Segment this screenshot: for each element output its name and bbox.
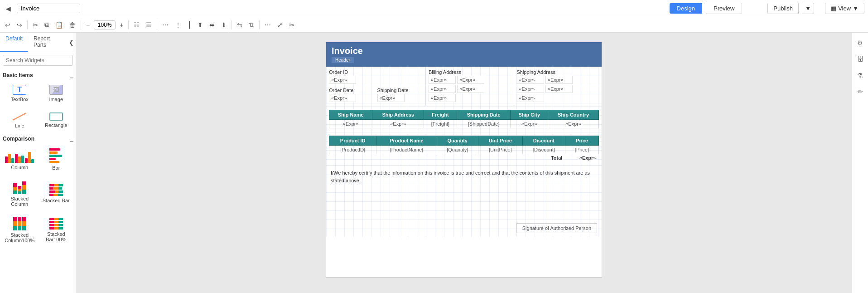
total-expr: «Expr» bbox=[565, 154, 598, 162]
publish-button[interactable]: Publish bbox=[767, 3, 799, 14]
basic-items-collapse-icon[interactable]: ⎯ bbox=[70, 72, 73, 78]
resize-button[interactable]: ⤢ bbox=[275, 20, 285, 30]
billing-expr-4[interactable]: «Expr» bbox=[457, 85, 484, 93]
product-header-3: Unit Price bbox=[478, 136, 522, 146]
total-row: Total «Expr» bbox=[329, 154, 599, 162]
delete-button[interactable]: 🗑 bbox=[67, 20, 78, 30]
design-button[interactable]: Design bbox=[670, 3, 702, 14]
tab-report-parts[interactable]: Report Parts bbox=[28, 33, 67, 52]
table-row[interactable]: «Expr» «Expr» [Freight] [ShippedDate] «E… bbox=[329, 120, 599, 128]
billing-expr-1[interactable]: «Expr» bbox=[429, 76, 456, 84]
ship-table-header-1: Ship Address bbox=[372, 110, 424, 120]
shipping-date-label: Shipping Date bbox=[377, 88, 423, 93]
textbox-icon: T bbox=[13, 85, 26, 95]
redo-button[interactable]: ↪ bbox=[14, 20, 24, 30]
basic-items-grid: T TextBox 🖼 Image Line bbox=[3, 81, 73, 132]
widget-bar[interactable]: Bar bbox=[39, 145, 73, 174]
more-options-button[interactable]: ⋯ bbox=[262, 20, 273, 30]
cut-button[interactable]: ✂ bbox=[30, 20, 40, 30]
invoice-title: Invoice bbox=[332, 46, 363, 56]
rectangle-icon bbox=[49, 112, 63, 121]
billing-expr-5[interactable]: «Expr» bbox=[429, 94, 456, 102]
ship-table-header-3: Shipping Date bbox=[457, 110, 511, 120]
right-settings-button[interactable]: ⚙ bbox=[854, 36, 866, 49]
widget-image[interactable]: 🖼 Image bbox=[39, 81, 73, 106]
search-widgets-input[interactable] bbox=[3, 55, 73, 65]
crop-button[interactable]: ✂ bbox=[287, 20, 297, 30]
align-middle-button[interactable]: ⬌ bbox=[207, 20, 217, 30]
product-cell-1: [ProductName] bbox=[376, 146, 437, 154]
order-date-expr[interactable]: «Expr» bbox=[329, 94, 356, 102]
right-edit-button[interactable]: ✏ bbox=[855, 85, 866, 98]
zoom-in-button[interactable]: + bbox=[117, 20, 125, 30]
shipping-expr-3[interactable]: «Expr» bbox=[517, 85, 544, 93]
shipping-expr-2[interactable]: «Expr» bbox=[545, 76, 573, 84]
stacked-column-icon bbox=[13, 181, 26, 194]
align-top-button[interactable]: ⬆ bbox=[195, 20, 205, 30]
product-cell-4: [Discount] bbox=[522, 146, 565, 154]
back-button[interactable]: ◀ bbox=[4, 4, 13, 14]
insert-table-button[interactable]: ☷ bbox=[131, 20, 142, 30]
widget-line[interactable]: Line bbox=[3, 108, 37, 132]
preview-button[interactable]: Preview bbox=[706, 3, 742, 14]
shipping-expr-1[interactable]: «Expr» bbox=[517, 76, 544, 84]
ship-table: Ship Name Ship Address Freight Shipping … bbox=[329, 110, 599, 128]
shipping-section: Shipping Address «Expr» «Expr» «Expr» «E… bbox=[514, 67, 602, 106]
product-header-1: Product Name bbox=[376, 136, 437, 146]
billing-expr-3[interactable]: «Expr» bbox=[429, 85, 456, 93]
widget-stacked-column-100[interactable]: Stacked Column100% bbox=[3, 213, 37, 247]
widget-stacked-bar-100[interactable]: Stacked Bar100% bbox=[39, 213, 73, 247]
insert-list-button[interactable]: ☰ bbox=[144, 20, 154, 30]
align-bottom-button[interactable]: ⬇ bbox=[219, 20, 229, 30]
table-row[interactable]: [ProductID] [ProductName] [Quantity] [Un… bbox=[329, 146, 599, 154]
paste-button[interactable]: 📋 bbox=[53, 20, 65, 30]
ship-cell-1: «Expr» bbox=[372, 120, 424, 128]
distribute-v-button[interactable]: ⇅ bbox=[246, 20, 256, 30]
zoom-input[interactable] bbox=[94, 20, 116, 29]
widget-stacked-bar[interactable]: Stacked Bar bbox=[39, 177, 73, 210]
widget-stacked-column-100-label: Stacked Column100% bbox=[5, 232, 35, 243]
certification-text: I/We hereby certify that the information… bbox=[331, 170, 590, 183]
ship-cell-4: «Expr» bbox=[511, 120, 548, 128]
undo-button[interactable]: ↩ bbox=[3, 20, 13, 30]
separator-6 bbox=[259, 20, 260, 29]
shipping-expr-5[interactable]: «Expr» bbox=[517, 94, 544, 102]
ship-table-header-5: Ship Country bbox=[548, 110, 599, 120]
distribute-h-button[interactable]: ⇆ bbox=[235, 20, 245, 30]
collapse-panel-button[interactable]: ❮ bbox=[67, 33, 76, 52]
ship-cell-3: [ShippedDate] bbox=[457, 120, 511, 128]
shipping-date-expr[interactable]: «Expr» bbox=[377, 94, 405, 102]
align-left-button[interactable]: ⋯ bbox=[160, 20, 171, 30]
billing-address-label: Billing Address bbox=[429, 69, 511, 75]
top-fields-section: Order ID «Expr» Order Date «Expr» Shippi… bbox=[326, 67, 602, 106]
product-cell-0: [ProductID] bbox=[329, 146, 376, 154]
right-filter-button[interactable]: ⚗ bbox=[854, 69, 866, 82]
billing-expr-2[interactable]: «Expr» bbox=[457, 76, 484, 84]
widget-rectangle[interactable]: Rectangle bbox=[39, 108, 73, 132]
separator-5 bbox=[231, 20, 232, 29]
copy-button[interactable]: ⧉ bbox=[42, 20, 51, 30]
widget-stacked-column[interactable]: Stacked Column bbox=[3, 177, 37, 210]
document-title-input[interactable] bbox=[17, 4, 80, 13]
comparison-collapse-icon[interactable]: ⎯ bbox=[70, 136, 73, 142]
widget-textbox[interactable]: T TextBox bbox=[3, 81, 37, 106]
zoom-out-button[interactable]: − bbox=[84, 20, 92, 30]
view-button[interactable]: ▦ View ▼ bbox=[825, 3, 864, 14]
widget-column[interactable]: Column bbox=[3, 145, 37, 174]
align-center-button[interactable]: ⋮ bbox=[173, 20, 183, 30]
footer-space bbox=[326, 192, 602, 220]
comparison-label: Comparison bbox=[3, 136, 34, 142]
widget-stacked-bar-100-label: Stacked Bar100% bbox=[41, 231, 72, 242]
right-database-button[interactable]: 🗄 bbox=[854, 53, 866, 65]
separator-3 bbox=[128, 20, 129, 29]
invoice-canvas: Invoice Header Order ID «Expr» Order Dat… bbox=[326, 42, 602, 278]
order-date-label: Order Date bbox=[329, 88, 375, 93]
tab-default[interactable]: Default bbox=[0, 33, 28, 52]
order-id-expr[interactable]: «Expr» bbox=[329, 76, 356, 84]
align-right-button[interactable]: ┃ bbox=[185, 20, 193, 30]
product-table-section: Product ID Product Name Quantity Unit Pr… bbox=[326, 132, 602, 165]
view-chevron-icon: ▼ bbox=[853, 5, 858, 12]
shipping-expr-4[interactable]: «Expr» bbox=[545, 85, 573, 93]
product-table: Product ID Product Name Quantity Unit Pr… bbox=[329, 136, 599, 161]
publish-dropdown-button[interactable]: ▼ bbox=[802, 3, 814, 14]
